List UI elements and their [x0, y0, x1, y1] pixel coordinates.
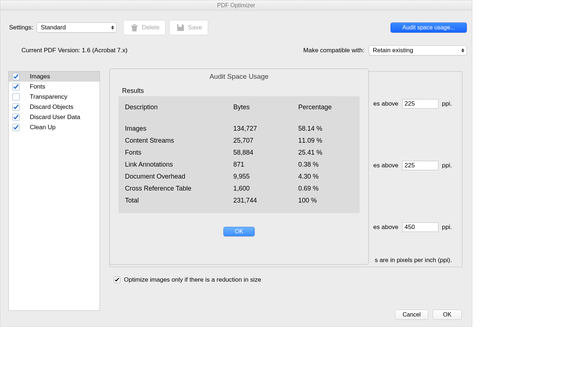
ppi-row-1: es above 225 ppi. [373, 99, 452, 109]
ppi-unit: ppi. [442, 224, 452, 231]
results-label: Results [110, 82, 368, 96]
modal-footer: OK [110, 227, 368, 236]
ppi-unit: ppi. [442, 162, 452, 169]
ok-button[interactable]: OK [433, 310, 462, 320]
sidebar-item-label: Discard Objects [30, 103, 73, 111]
cancel-button[interactable]: Cancel [395, 310, 428, 320]
settings-value: Standard [41, 24, 66, 31]
settings-label: Settings: [9, 24, 33, 31]
sidebar-item-transparency[interactable]: Transparency [9, 92, 100, 102]
sidebar-item-clean-up[interactable]: Clean Up [9, 122, 100, 132]
table-row: Content Streams 25,707 11.09 % [125, 135, 356, 147]
pdf-optimizer-window: PDF Optimizer Settings: Standard Delete … [0, 0, 472, 327]
col-description: Description [125, 103, 233, 111]
save-label: Save [188, 24, 202, 31]
sidebar-item-discard-user-data[interactable]: Discard User Data [9, 112, 100, 122]
table-row: Link Annotations 871 0.38 % [125, 159, 356, 171]
sidebar-item-label: Images [30, 73, 50, 80]
audit-space-usage-dialog: Audit Space Usage Results Description By… [109, 69, 369, 265]
delete-button[interactable]: Delete [123, 20, 166, 35]
ppi-row-2: es above 225 ppi. [373, 161, 452, 170]
results-table: Description Bytes Percentage Images 134,… [118, 96, 360, 213]
checkbox-fonts[interactable] [12, 83, 20, 90]
chevron-updown-icon [111, 26, 114, 30]
ppi-hint: s are in pixels per inch (ppi). [375, 257, 452, 264]
checkbox-transparency[interactable] [12, 93, 20, 101]
subheader: Current PDF Version: 1.6 (Acrobat 7.x) M… [0, 37, 472, 58]
ppi-input-3[interactable]: 450 [402, 222, 438, 232]
ppi-suffix: es above [373, 224, 399, 231]
ppi-suffix: es above [373, 100, 399, 107]
current-pdf-version: Current PDF Version: 1.6 (Acrobat 7.x) [21, 47, 128, 54]
chevron-updown-icon [461, 49, 464, 53]
optimize-only-label: Optimize images only if there is a reduc… [124, 276, 261, 283]
make-compatible-value: Retain existing [373, 47, 413, 54]
ppi-input-2[interactable]: 225 [402, 161, 438, 170]
table-row: Cross Reference Table 1,600 0.69 % [125, 183, 356, 195]
ppi-suffix: es above [373, 162, 399, 169]
col-percentage: Percentage [298, 103, 356, 111]
sidebar-item-label: Transparency [30, 93, 67, 101]
make-compatible-select[interactable]: Retain existing [369, 45, 467, 56]
checkbox-discard-user-data[interactable] [12, 114, 20, 121]
col-bytes: Bytes [233, 103, 298, 111]
save-button[interactable]: Save [169, 20, 208, 35]
sidebar-item-label: Clean Up [30, 124, 56, 131]
ppi-unit: ppi. [442, 100, 452, 107]
table-row: Images 134,727 58.14 % [125, 123, 356, 135]
trash-icon [129, 23, 140, 33]
sidebar-item-discard-objects[interactable]: Discard Objects [9, 102, 100, 112]
table-header: Description Bytes Percentage [125, 101, 356, 123]
dialog-footer: Cancel OK [395, 310, 462, 320]
table-row: Total 231,744 100 % [125, 195, 356, 207]
category-sidebar: Images Fonts Transparency Discard Object… [8, 71, 100, 311]
audit-space-usage-button[interactable]: Audit space usage... [391, 23, 467, 33]
checkbox-clean-up[interactable] [12, 124, 20, 131]
table-row: Fonts 58,884 25.41 % [125, 147, 356, 159]
table-row: Document Overhead 9,955 4.30 % [125, 171, 356, 183]
window-title: PDF Optimizer [0, 0, 472, 11]
save-icon [175, 23, 186, 33]
sidebar-item-label: Discard User Data [30, 114, 80, 121]
sidebar-item-fonts[interactable]: Fonts [9, 82, 100, 92]
checkbox-images[interactable] [12, 73, 20, 80]
optimize-only-checkbox[interactable] [114, 277, 120, 283]
make-compatible-label: Make compatible with: [303, 47, 364, 54]
sidebar-item-images[interactable]: Images [9, 72, 100, 82]
ppi-input-1[interactable]: 225 [402, 99, 438, 109]
settings-select[interactable]: Standard [37, 23, 117, 33]
modal-ok-button[interactable]: OK [223, 227, 254, 236]
optimize-only-row: Optimize images only if there is a reduc… [114, 276, 261, 283]
modal-title: Audit Space Usage [110, 69, 368, 82]
ppi-row-3: es above 450 ppi. [373, 222, 452, 232]
checkbox-discard-objects[interactable] [12, 103, 20, 111]
sidebar-item-label: Fonts [30, 83, 45, 90]
delete-label: Delete [142, 24, 159, 31]
toolbar: Settings: Standard Delete Save Audit spa… [0, 11, 472, 37]
